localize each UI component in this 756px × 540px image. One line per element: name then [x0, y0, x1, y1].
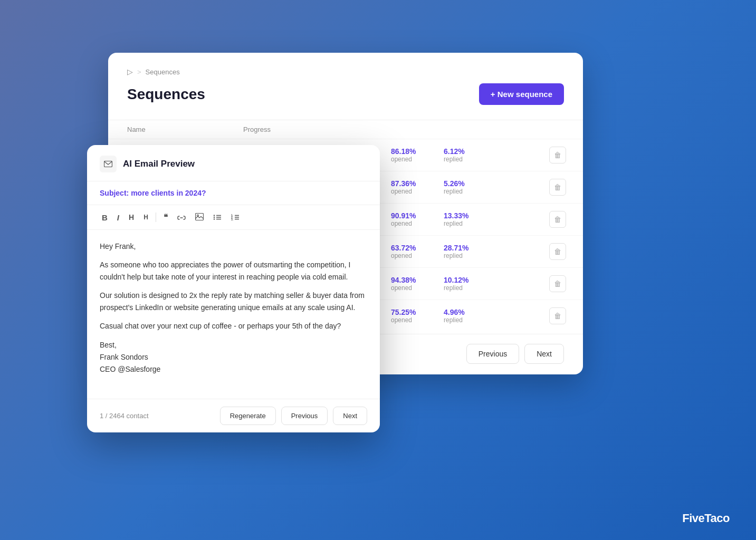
row-replied: 5.26% replied — [444, 179, 496, 195]
col-progress: Progress — [243, 126, 338, 133]
page-title: Sequences — [127, 86, 205, 103]
body-para-5: Best,Frank SondorsCEO @Salesforge — [100, 339, 367, 375]
row-opened: 86.18% opened — [391, 147, 444, 163]
row-replied: 4.96% replied — [444, 308, 496, 324]
link-button[interactable] — [175, 212, 188, 223]
table-header: Name Progress — [108, 120, 583, 139]
email-preview-footer: 1 / 2464 contact Regenerate Previous Nex… — [87, 399, 380, 432]
italic-button[interactable]: I — [115, 212, 121, 223]
col-h3 — [338, 126, 391, 133]
home-icon: ▷ — [127, 68, 133, 76]
body-para-2: As someone who too appreciates the power… — [100, 259, 367, 283]
next-button[interactable]: Next — [524, 344, 564, 364]
col-h7 — [549, 126, 576, 133]
blockquote-button[interactable]: ❝ — [161, 211, 170, 223]
heading2-button[interactable]: H — [141, 213, 150, 222]
toolbar-separator — [156, 213, 156, 222]
email-icon — [100, 156, 117, 172]
delete-button[interactable]: 🗑 — [549, 275, 566, 292]
body-para-3: Our solution is designed to 2x the reply… — [100, 290, 367, 314]
ordered-list-button[interactable]: 1. 2. 3. — [229, 212, 242, 223]
col-h6 — [496, 126, 549, 133]
delete-button[interactable]: 🗑 — [549, 307, 566, 324]
email-toolbar: B I H H ❝ — [87, 205, 380, 230]
delete-button[interactable]: 🗑 — [549, 243, 566, 260]
row-opened: 75.25% opened — [391, 308, 444, 324]
row-opened: 94.38% opened — [391, 276, 444, 292]
svg-text:3.: 3. — [231, 218, 234, 220]
col-h5 — [444, 126, 496, 133]
page-header-row: Sequences + New sequence — [127, 83, 564, 105]
body-para-1: Hey Frank, — [100, 240, 367, 253]
email-preview-panel: AI Email Preview Subject: more clients i… — [87, 145, 380, 432]
svg-point-3 — [214, 215, 215, 216]
row-replied: 28.71% replied — [444, 244, 496, 259]
breadcrumb-label: Sequences — [146, 68, 180, 76]
row-replied: 13.33% replied — [444, 211, 496, 227]
footer-buttons: Regenerate Previous Next — [220, 407, 367, 425]
email-body: Hey Frank, As someone who too appreciate… — [87, 230, 380, 399]
previous-button[interactable]: Previous — [281, 407, 328, 425]
breadcrumb-separator: > — [137, 68, 141, 76]
subject-prefix: Subject: — [100, 189, 131, 197]
subject-value: more clients in 2024? — [131, 189, 206, 197]
heading1-button[interactable]: H — [127, 212, 136, 223]
new-sequence-button[interactable]: + New sequence — [479, 83, 564, 105]
regenerate-button[interactable]: Regenerate — [220, 407, 276, 425]
body-para-4: Casual chat over your next cup of coffee… — [100, 320, 367, 332]
branding: FiveTaco — [682, 512, 730, 525]
breadcrumb: ▷ > Sequences — [127, 68, 564, 76]
unordered-list-button[interactable] — [211, 212, 224, 223]
email-preview-header: AI Email Preview — [87, 145, 380, 181]
row-opened: 63.72% opened — [391, 244, 444, 259]
contact-counter: 1 / 2464 contact — [100, 412, 149, 420]
subject-row: Subject: more clients in 2024? — [87, 181, 380, 205]
delete-button[interactable]: 🗑 — [549, 179, 566, 196]
bold-button[interactable]: B — [100, 212, 110, 223]
svg-rect-1 — [195, 213, 203, 220]
row-opened: 90.91% opened — [391, 211, 444, 227]
previous-button[interactable]: Previous — [466, 344, 519, 364]
svg-point-5 — [214, 218, 215, 219]
email-preview-title: AI Email Preview — [123, 159, 195, 169]
svg-point-4 — [214, 216, 215, 217]
panel-header: ▷ > Sequences Sequences + New sequence — [108, 53, 583, 105]
delete-button[interactable]: 🗑 — [549, 147, 566, 163]
image-button[interactable] — [193, 212, 206, 223]
delete-button[interactable]: 🗑 — [549, 211, 566, 228]
row-opened: 87.36% opened — [391, 179, 444, 195]
row-replied: 10.12% replied — [444, 276, 496, 292]
next-button[interactable]: Next — [333, 407, 367, 425]
col-name: Name — [127, 126, 243, 133]
col-h4 — [391, 126, 444, 133]
row-replied: 6.12% replied — [444, 147, 496, 163]
